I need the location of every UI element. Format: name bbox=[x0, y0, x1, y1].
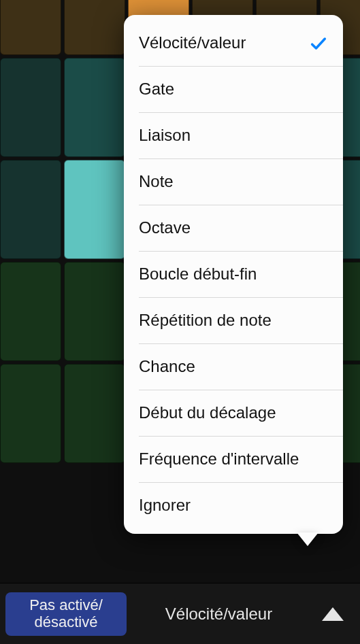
menu-item-8[interactable]: Début du décalage bbox=[139, 390, 343, 436]
step-toggle-button[interactable]: Pas activé/ désactivé bbox=[5, 592, 127, 636]
grid-cell[interactable] bbox=[0, 58, 61, 157]
grid-cell[interactable] bbox=[64, 364, 125, 463]
check-icon bbox=[309, 34, 328, 53]
menu-item-label: Liaison bbox=[139, 126, 191, 144]
toolbar: Pas activé/ désactivé Vélocité/valeur bbox=[0, 583, 360, 644]
grid-cell[interactable] bbox=[0, 160, 61, 259]
grid-cell[interactable] bbox=[0, 364, 61, 463]
menu-item-label: Note bbox=[139, 172, 174, 190]
menu-item-label: Vélocité/valeur bbox=[139, 33, 246, 52]
edit-mode-popover: Vélocité/valeurGateLiaisonNoteOctaveBouc… bbox=[124, 15, 343, 534]
grid-cell[interactable] bbox=[0, 0, 61, 55]
grid-cell[interactable] bbox=[0, 262, 61, 361]
menu-item-7[interactable]: Chance bbox=[139, 343, 343, 390]
menu-item-label: Début du décalage bbox=[139, 403, 276, 422]
grid-cell[interactable] bbox=[64, 58, 125, 157]
menu-item-label: Octave bbox=[139, 218, 191, 237]
menu-item-label: Gate bbox=[139, 80, 174, 98]
grid-cell[interactable] bbox=[64, 262, 125, 361]
grid-cell[interactable] bbox=[64, 0, 125, 55]
edit-mode-button[interactable]: Vélocité/valeur bbox=[132, 592, 306, 636]
menu-item-10[interactable]: Ignorer bbox=[139, 482, 343, 528]
chevron-up-icon bbox=[322, 607, 344, 621]
menu-item-label: Répétition de note bbox=[139, 311, 272, 329]
menu-item-1[interactable]: Gate bbox=[139, 66, 343, 112]
menu-item-6[interactable]: Répétition de note bbox=[139, 297, 343, 343]
popover-tail bbox=[297, 532, 318, 546]
menu-item-0[interactable]: Vélocité/valeur bbox=[124, 20, 343, 66]
menu-item-5[interactable]: Boucle début-fin bbox=[139, 251, 343, 297]
menu-item-label: Chance bbox=[139, 357, 195, 375]
mode-menu-trigger[interactable] bbox=[311, 592, 355, 636]
menu-item-label: Boucle début-fin bbox=[139, 265, 257, 283]
menu-item-2[interactable]: Liaison bbox=[139, 112, 343, 158]
menu-item-9[interactable]: Fréquence d'intervalle bbox=[139, 436, 343, 482]
menu-item-3[interactable]: Note bbox=[139, 158, 343, 205]
grid-cell[interactable] bbox=[64, 160, 125, 259]
menu-item-label: Fréquence d'intervalle bbox=[139, 450, 299, 468]
menu-item-4[interactable]: Octave bbox=[139, 205, 343, 251]
menu-item-label: Ignorer bbox=[139, 496, 191, 514]
